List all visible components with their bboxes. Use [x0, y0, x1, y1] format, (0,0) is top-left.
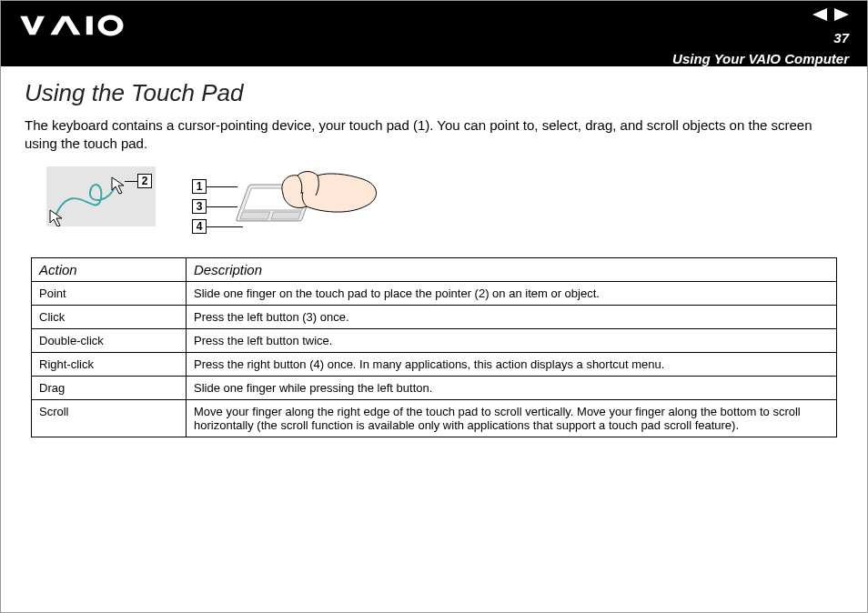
- cell-description: Press the left button (3) once.: [187, 305, 837, 328]
- cell-description: Press the right button (4) once. In many…: [187, 352, 837, 376]
- callout-1: 1: [192, 179, 207, 194]
- figure-touchpad-hand: 1 3 4: [192, 166, 383, 245]
- cell-action: Double-click: [32, 328, 187, 352]
- intro-paragraph: The keyboard contains a cursor-pointing …: [25, 116, 843, 154]
- document-page: 37 Using Your VAIO Computer Using the To…: [0, 0, 868, 613]
- table-row: Click Press the left button (3) once.: [32, 305, 837, 328]
- table-row: Scroll Move your finger along the right …: [32, 399, 837, 437]
- figure-pointer-movement: 2: [46, 166, 156, 226]
- table-row: Point Slide one finger on the touch pad …: [32, 281, 837, 305]
- cell-action: Right-click: [32, 352, 187, 376]
- cell-description: Move your finger along the right edge of…: [187, 399, 837, 437]
- cell-action: Point: [32, 281, 187, 305]
- callout-4: 4: [192, 219, 207, 234]
- table-row: Right-click Press the right button (4) o…: [32, 352, 837, 376]
- table-row: Drag Slide one finger while pressing the…: [32, 376, 837, 399]
- page-nav: [812, 8, 849, 25]
- callout-line: [125, 181, 137, 182]
- actions-table: Action Description Point Slide one finge…: [31, 257, 837, 437]
- col-header-action: Action: [32, 257, 187, 281]
- cell-description: Press the left button twice.: [187, 328, 837, 352]
- callout-2: 2: [137, 174, 152, 188]
- cell-action: Drag: [32, 376, 187, 399]
- table-header-row: Action Description: [32, 257, 837, 281]
- table-row: Double-click Press the left button twice…: [32, 328, 837, 352]
- cell-action: Click: [32, 305, 187, 328]
- figure-row: 2 1 3 4: [46, 166, 822, 245]
- cell-description: Slide one finger while pressing the left…: [187, 376, 837, 399]
- svg-marker-1: [812, 8, 827, 21]
- svg-rect-8: [271, 212, 301, 219]
- cell-description: Slide one finger on the touch pad to pla…: [187, 281, 837, 305]
- vaio-logo: [19, 8, 146, 41]
- next-page-icon[interactable]: [834, 8, 849, 25]
- page-title: Using the Touch Pad: [25, 79, 843, 107]
- callout-3: 3: [192, 199, 207, 214]
- svg-rect-0: [86, 16, 93, 35]
- section-title: Using Your VAIO Computer: [672, 51, 849, 66]
- cell-action: Scroll: [32, 399, 187, 437]
- page-content: Using the Touch Pad The keyboard contain…: [1, 66, 867, 437]
- svg-rect-7: [240, 212, 270, 219]
- svg-marker-2: [834, 8, 849, 21]
- svg-marker-3: [112, 177, 124, 194]
- page-header: 37 Using Your VAIO Computer: [1, 1, 867, 66]
- page-number: 37: [833, 30, 849, 45]
- header-right: 37 Using Your VAIO Computer: [672, 8, 849, 66]
- col-header-description: Description: [187, 257, 837, 281]
- prev-page-icon[interactable]: [812, 8, 827, 25]
